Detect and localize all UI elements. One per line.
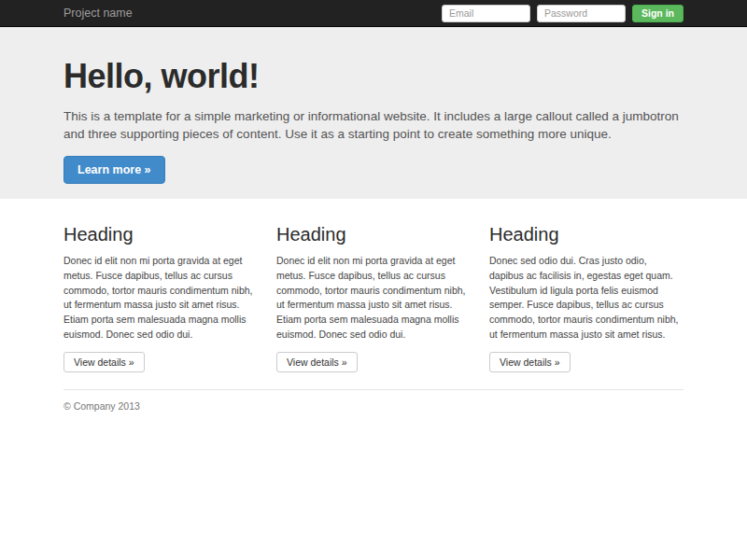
- footer-divider: [63, 389, 684, 390]
- column-heading: Heading: [276, 224, 471, 245]
- page-title: Hello, world!: [63, 57, 684, 96]
- navbar-brand[interactable]: Project name: [63, 7, 133, 20]
- jumbotron: Hello, world! This is a template for a s…: [0, 27, 747, 199]
- column-heading: Heading: [63, 224, 258, 245]
- copyright-text: © Company 2013: [63, 400, 684, 412]
- view-details-button-3[interactable]: View details »: [489, 352, 571, 372]
- marketing-section: Heading Donec id elit non mi porta gravi…: [49, 199, 698, 412]
- password-field[interactable]: [537, 5, 626, 22]
- column-text: Donec id elit non mi porta gravida at eg…: [63, 254, 258, 343]
- content-column-3: Heading Donec sed odio dui. Cras justo o…: [489, 224, 684, 372]
- email-field[interactable]: [442, 5, 530, 22]
- view-details-button-1[interactable]: View details »: [63, 352, 145, 372]
- navbar: Project name Sign in: [0, 0, 747, 27]
- jumbotron-description: This is a template for a simple marketin…: [63, 107, 684, 143]
- learn-more-button[interactable]: Learn more »: [63, 156, 165, 184]
- content-column-2: Heading Donec id elit non mi porta gravi…: [276, 224, 471, 372]
- column-heading: Heading: [489, 224, 684, 245]
- column-text: Donec id elit non mi porta gravida at eg…: [276, 254, 471, 343]
- content-column-1: Heading Donec id elit non mi porta gravi…: [63, 224, 258, 372]
- view-details-button-2[interactable]: View details »: [276, 352, 358, 372]
- signin-form: Sign in: [442, 5, 684, 22]
- sign-in-button[interactable]: Sign in: [632, 5, 684, 22]
- footer: © Company 2013: [63, 389, 684, 412]
- column-text: Donec sed odio dui. Cras justo odio, dap…: [489, 254, 684, 343]
